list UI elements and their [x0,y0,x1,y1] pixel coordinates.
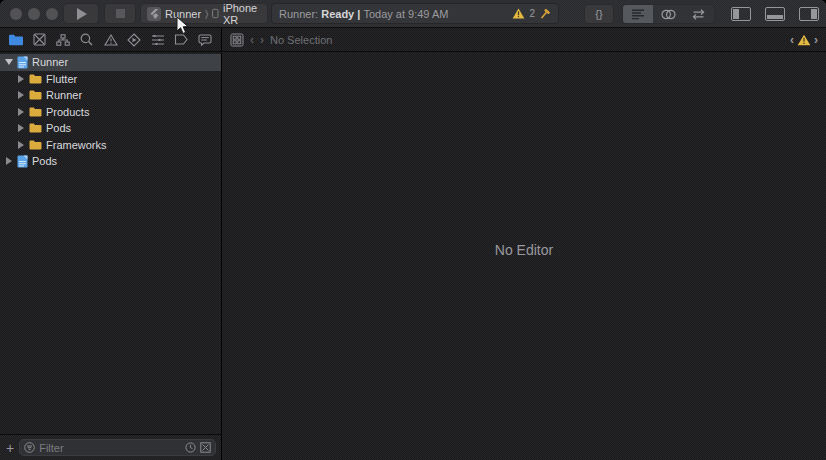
mouse-cursor [176,16,189,35]
no-editor-placeholder: No Editor [495,242,553,258]
disclosure-triangle-icon[interactable] [4,59,14,65]
folder-icon [29,123,42,133]
disclosure-triangle-icon[interactable] [4,157,14,165]
recent-files-clock-icon[interactable] [185,442,196,453]
tree-item-runner-folder[interactable]: Runner [0,87,221,104]
toggle-navigator-button[interactable] [728,5,754,23]
report-bubble-icon [198,34,212,46]
debug-panel-icon [765,7,785,21]
folder-icon [29,90,42,100]
window-close-button[interactable] [10,8,22,20]
file-tree: Runner Flutter Runner [0,53,221,434]
scheme-selector[interactable]: Runner 〉 iPhone XR [140,3,268,24]
toggle-debug-area-button[interactable] [762,5,788,23]
window-zoom-button[interactable] [46,8,58,20]
folder-icon [29,140,42,150]
next-issue-button[interactable]: › [814,33,818,47]
stop-icon [116,9,125,18]
navigator-panel-icon [731,7,751,21]
folder-icon [29,74,42,84]
source-control-status-icon[interactable] [200,442,211,453]
status-project-label: Runner: [279,8,321,20]
tree-item-products-folder[interactable]: Products [0,104,221,121]
folder-icon [8,34,24,46]
disclosure-triangle-icon[interactable] [16,141,26,149]
disclosure-triangle-icon[interactable] [16,124,26,132]
warning-count: 2 [529,8,535,19]
tree-item-label: Flutter [46,73,77,85]
project-navigator-sidebar: Runner Flutter Runner [0,53,222,460]
breakpoint-tag-icon [174,34,188,45]
symbol-hierarchy-icon [56,34,70,46]
disclosure-triangle-icon[interactable] [16,91,26,99]
curly-braces-icon: {} [595,8,602,20]
status-time: Today at 9:49 AM [363,8,448,20]
folder-icon [29,107,42,117]
warning-triangle-icon [512,8,525,19]
inspector-panel-icon [799,7,819,21]
build-hammer-icon [539,8,551,20]
jump-bar-selection-label: No Selection [270,34,332,46]
tree-item-runner-project[interactable]: Runner [0,54,221,71]
filter-icon [24,442,35,453]
tree-item-frameworks-folder[interactable]: Frameworks [0,137,221,154]
stop-button[interactable] [104,3,136,24]
add-file-button[interactable]: + [6,441,14,455]
xcode-project-icon [17,155,28,168]
editor-back-button[interactable]: ‹ [250,33,254,47]
navigator-filter-bar: + [0,434,221,460]
filter-field[interactable] [19,439,216,456]
tab-report-navigator[interactable] [196,31,214,49]
tab-source-control-navigator[interactable] [31,31,49,49]
tab-symbol-navigator[interactable] [54,31,72,49]
tab-debug-navigator[interactable] [149,31,167,49]
tree-item-label: Pods [46,122,71,134]
tab-issue-navigator[interactable] [102,31,120,49]
toolbar: Runner 〉 iPhone XR Runner: Ready | Today… [0,0,826,28]
tab-test-navigator[interactable] [125,31,143,49]
scheme-device: iPhone XR [223,2,261,26]
toggle-inspector-button[interactable] [796,5,822,23]
flutter-target-icon [147,7,161,21]
tree-item-label: Pods [32,155,57,167]
version-editor-segment[interactable] [684,5,714,23]
tree-item-label: Frameworks [46,139,107,151]
editor-forward-button[interactable]: › [260,33,264,47]
window-minimize-button[interactable] [28,8,40,20]
search-icon [80,33,93,46]
xcode-window: Runner 〉 iPhone XR Runner: Ready | Today… [0,0,826,460]
version-editor-icon [691,9,706,20]
source-control-icon [33,33,46,46]
tree-item-flutter-folder[interactable]: Flutter [0,71,221,88]
play-icon [77,8,87,20]
scheme-separator-chevron: 〉 [205,8,208,20]
xcode-project-icon [17,56,28,69]
run-button[interactable] [63,3,99,24]
related-items-icon[interactable] [230,33,244,47]
tab-find-navigator[interactable] [78,31,96,49]
status-state: Ready [321,8,357,20]
debug-gauge-icon [151,34,165,46]
assistant-editor-segment[interactable] [653,5,683,23]
disclosure-triangle-icon[interactable] [16,75,26,83]
navigator-and-jump-bar: ‹ › No Selection ‹ › [0,28,826,52]
previous-issue-button[interactable]: ‹ [790,33,794,47]
test-diamond-icon [127,33,141,47]
editor-area: No Editor [222,53,826,460]
standard-editor-icon [631,9,645,20]
editor-mode-segmented-control [622,4,715,24]
tree-item-pods-project[interactable]: Pods [0,153,221,170]
activity-status-view[interactable]: Runner: Ready | Today at 9:49 AM 2 [271,3,559,24]
tree-item-pods-folder[interactable]: Pods [0,120,221,137]
device-phone-icon [212,7,219,20]
standard-editor-segment[interactable] [623,5,653,23]
library-button[interactable]: {} [584,4,614,24]
main-content: Runner Flutter Runner [0,53,826,460]
disclosure-triangle-icon[interactable] [16,108,26,116]
filter-input[interactable] [39,442,181,454]
tab-project-navigator[interactable] [7,31,25,49]
tree-item-label: Runner [32,56,68,68]
issue-warning-icon[interactable] [797,34,811,46]
assistant-editor-icon [661,9,676,20]
editor-jump-bar: ‹ › No Selection ‹ › [222,28,826,52]
